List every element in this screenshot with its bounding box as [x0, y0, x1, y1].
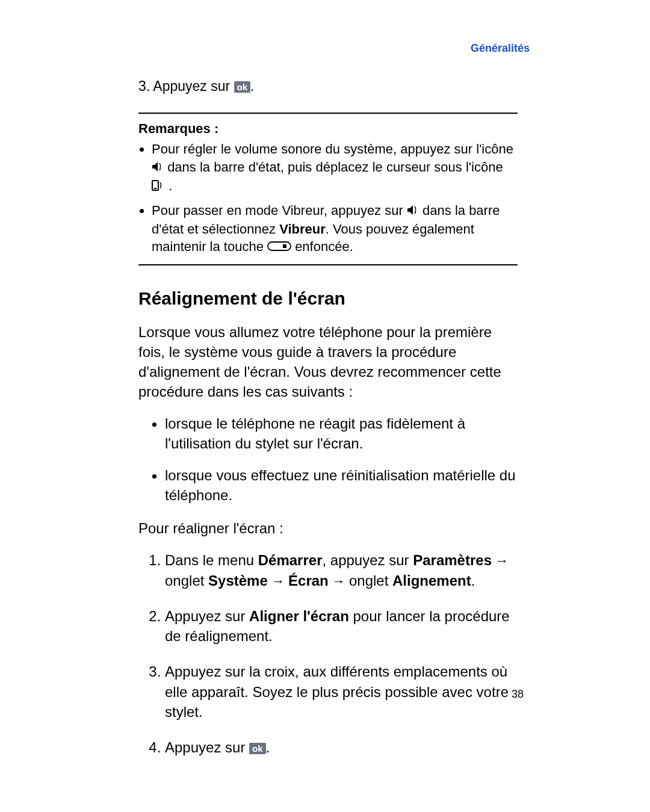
- step-3-suffix: .: [250, 78, 254, 94]
- note-2-d: enfoncée.: [295, 239, 353, 254]
- section-title: Réalignement de l'écran: [138, 288, 518, 309]
- case-2: lorsque vous effectuez une réinitialisat…: [165, 465, 518, 505]
- step-3-prefix: 3. Appuyez sur: [138, 78, 234, 94]
- step-3-line: 3. Appuyez sur ok.: [138, 78, 518, 95]
- s1-c2: onglet: [349, 572, 392, 589]
- ok-icon: ok: [234, 81, 251, 93]
- divider: [138, 113, 518, 114]
- intro-paragraph: Lorsque vous allumez votre téléphone pou…: [138, 322, 518, 401]
- proc-step-1: Dans le menu Démarrer, appuyez sur Param…: [165, 550, 518, 590]
- speaker-icon: [407, 202, 419, 220]
- hold-key-icon: [267, 239, 291, 257]
- svg-rect-3: [283, 244, 286, 248]
- note-1: Pour régler le volume sonore du système,…: [152, 140, 518, 196]
- s1-param: Paramètres: [413, 552, 492, 568]
- svg-rect-1: [154, 188, 156, 189]
- svg-rect-2: [268, 242, 291, 250]
- speaker-icon: [152, 159, 164, 177]
- note-2-vibreur: Vibreur: [279, 222, 326, 237]
- proc-step-4: Appuyez sur ok.: [165, 737, 518, 757]
- s4-a: Appuyez sur: [165, 739, 249, 755]
- steps-list: Dans le menu Démarrer, appuyez sur Param…: [138, 550, 518, 757]
- arrow-icon: →: [268, 574, 288, 589]
- ok-icon: ok: [249, 743, 266, 754]
- cases-list: lorsque le téléphone ne réagit pas fidèl…: [138, 414, 518, 505]
- proc-step-3: Appuyez sur la croix, aux différents emp…: [165, 662, 518, 721]
- lead-text: Pour réaligner l'écran :: [138, 518, 518, 538]
- s1-b: , appuyez sur: [322, 552, 413, 568]
- s1-systeme: Système: [208, 572, 268, 589]
- device-volume-icon: [152, 178, 165, 196]
- note-1-c: .: [169, 178, 172, 193]
- case-1: lorsque le téléphone ne réagit pas fidèl…: [165, 414, 518, 453]
- divider: [138, 264, 518, 265]
- s2-a: Appuyez sur: [165, 608, 249, 624]
- s1-ecran: Écran: [288, 572, 329, 589]
- page-content: 3. Appuyez sur ok. Remarques : Pour régl…: [138, 78, 518, 773]
- s1-align: Alignement: [392, 572, 471, 589]
- s1-demarrer: Démarrer: [258, 552, 323, 568]
- s1-c: onglet: [165, 572, 208, 589]
- notes-title: Remarques :: [138, 121, 518, 137]
- notes-title-text: Remarques: [138, 121, 211, 136]
- s2-aligner: Aligner l'écran: [249, 608, 349, 624]
- notes-list: Pour régler le volume sonore du système,…: [138, 140, 518, 257]
- arrow-icon: →: [329, 574, 349, 589]
- note-2: Pour passer en mode Vibreur, appuyez sur…: [152, 202, 518, 257]
- s1-a: Dans le menu: [165, 552, 258, 568]
- s4-b: .: [266, 739, 270, 755]
- section-header: Généralités: [471, 42, 530, 55]
- arrow-icon: →: [492, 553, 509, 568]
- s1-dot: .: [471, 572, 475, 589]
- proc-step-2: Appuyez sur Aligner l'écran pour lancer …: [165, 606, 518, 646]
- page-number: 38: [512, 688, 524, 701]
- note-1-a: Pour régler le volume sonore du système,…: [152, 141, 513, 157]
- note-1-b: dans la barre d'état, puis déplacez le c…: [167, 160, 503, 175]
- document-page: Généralités 3. Appuyez sur ok. Remarques…: [0, 0, 650, 812]
- note-2-a: Pour passer en mode Vibreur, appuyez sur: [152, 203, 407, 218]
